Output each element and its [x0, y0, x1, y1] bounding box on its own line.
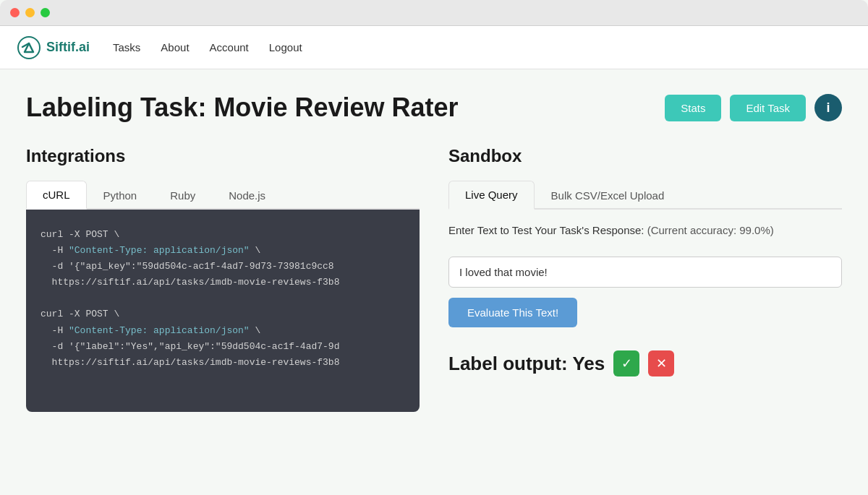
navbar: Siftif.ai Tasks About Account Logout — [0, 26, 868, 69]
code-line-7: -H "Content-Type: application/json" \ — [41, 323, 405, 339]
code-line-8: -d '{"label":"Yes","api_key":"59dd504c-a… — [41, 339, 405, 355]
header-actions: Stats Edit Task i — [665, 94, 842, 121]
sandbox-section: Sandbox Live Query Bulk CSV/Excel Upload… — [448, 146, 842, 412]
info-button[interactable]: i — [814, 94, 842, 121]
accuracy-note: (Current accuracy: 99.0%) — [647, 224, 774, 236]
sandbox-instruction: Enter Text to Test Your Task's Response: — [448, 224, 644, 236]
brand-icon — [17, 36, 41, 59]
feedback-no-button[interactable]: ✕ — [648, 350, 674, 376]
page-title: Labeling Task: Movie Review Rater — [26, 92, 459, 123]
nav-account[interactable]: Account — [210, 41, 249, 53]
minimize-button[interactable] — [25, 8, 35, 17]
integrations-title: Integrations — [26, 146, 420, 166]
tab-python[interactable]: Python — [87, 181, 154, 210]
code-line-2: -H "Content-Type: application/json" \ — [41, 243, 405, 259]
sandbox-label-row: Enter Text to Test Your Task's Response:… — [448, 224, 842, 236]
nav-links: Tasks About Account Logout — [113, 41, 302, 53]
code-line-5 — [41, 290, 405, 306]
sandbox-title: Sandbox — [448, 146, 842, 166]
code-line-1: curl -X POST \ — [41, 227, 405, 243]
tab-nodejs[interactable]: Node.js — [212, 181, 282, 210]
code-line-9: https://siftif.ai/api/tasks/imdb-movie-r… — [41, 355, 405, 371]
label-output-text: Label output: Yes — [448, 353, 605, 375]
sandbox-text-input[interactable] — [448, 257, 842, 288]
code-line-3: -d '{"api_key":"59dd504c-ac1f-4ad7-9d73-… — [41, 259, 405, 275]
page-header: Labeling Task: Movie Review Rater Stats … — [26, 92, 842, 123]
maximize-button[interactable] — [41, 8, 50, 17]
brand-logo[interactable]: Siftif.ai — [17, 36, 90, 59]
code-line-4: https://siftif.ai/api/tasks/imdb-movie-r… — [41, 275, 405, 290]
nav-logout[interactable]: Logout — [269, 41, 302, 53]
stats-button[interactable]: Stats — [665, 95, 721, 121]
nav-about[interactable]: About — [161, 41, 189, 53]
feedback-yes-button[interactable]: ✓ — [613, 350, 639, 376]
brand-name: Siftif.ai — [46, 40, 90, 55]
tab-bulk-upload[interactable]: Bulk CSV/Excel Upload — [535, 181, 681, 210]
label-output-row: Label output: Yes ✓ ✕ — [448, 350, 842, 376]
sandbox-tab-bar: Live Query Bulk CSV/Excel Upload — [448, 181, 842, 210]
tab-live-query[interactable]: Live Query — [448, 181, 535, 210]
two-column-layout: Integrations cURL Python Ruby Node.js cu… — [26, 146, 842, 412]
tab-curl[interactable]: cURL — [26, 181, 87, 210]
integrations-section: Integrations cURL Python Ruby Node.js cu… — [26, 146, 420, 412]
nav-tasks[interactable]: Tasks — [113, 41, 140, 53]
close-button[interactable] — [10, 8, 20, 17]
window-chrome — [0, 0, 868, 26]
code-block: curl -X POST \ -H "Content-Type: applica… — [26, 210, 420, 412]
edit-task-button[interactable]: Edit Task — [730, 95, 806, 121]
tab-ruby[interactable]: Ruby — [153, 181, 212, 210]
main-content: Labeling Task: Movie Review Rater Stats … — [0, 69, 868, 495]
integrations-tab-bar: cURL Python Ruby Node.js — [26, 181, 420, 210]
svg-point-0 — [18, 37, 40, 59]
evaluate-button[interactable]: Evaluate This Text! — [448, 298, 577, 327]
code-line-6: curl -X POST \ — [41, 306, 405, 322]
